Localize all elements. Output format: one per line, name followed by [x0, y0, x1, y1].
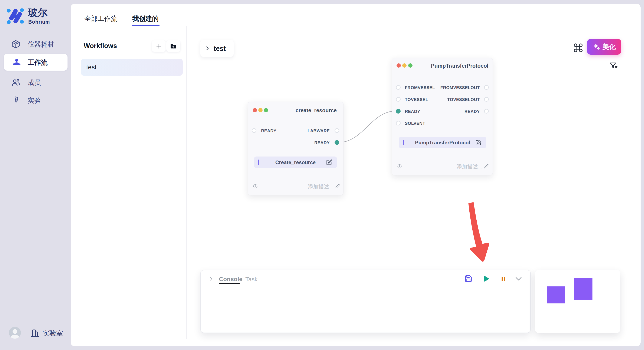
folder-download-icon: [170, 43, 177, 49]
add-workflow-button[interactable]: [152, 40, 166, 52]
logo-title: 玻尔: [28, 8, 48, 17]
node-action-box[interactable]: Create_resource: [254, 157, 337, 168]
input-port-solvent[interactable]: [396, 121, 400, 126]
input-port-tovessel[interactable]: [396, 97, 400, 102]
output-port-ready-connected[interactable]: [334, 140, 339, 145]
console-panel: Console Task: [200, 270, 531, 333]
tab-console[interactable]: Console: [219, 276, 242, 282]
traffic-light-yellow: [258, 108, 262, 112]
info-icon[interactable]: [397, 164, 402, 169]
input-port-ready[interactable]: [252, 128, 256, 133]
output-port-label: TOVESSELOUT: [447, 97, 480, 102]
edit-icon[interactable]: [326, 159, 332, 165]
bohrium-logo-icon: [6, 8, 24, 25]
input-port-label: SOLVENT: [405, 121, 425, 126]
output-port-label: READY: [314, 141, 330, 145]
beautify-button[interactable]: 美化: [587, 39, 621, 55]
output-port-labware[interactable]: [334, 128, 339, 133]
sidebar-item-label: 工作流: [28, 59, 48, 66]
minimap-node-block: [547, 286, 565, 303]
info-icon[interactable]: [253, 184, 258, 189]
chevron-down-icon[interactable]: [515, 276, 522, 281]
sidebar-item-members[interactable]: 成员: [0, 76, 71, 89]
plus-icon: [156, 43, 162, 49]
traffic-light-yellow: [402, 63, 406, 68]
beautify-label: 美化: [602, 44, 616, 50]
app-window: 玻尔 Bohrium 仪器耗材 工作流 成员: [0, 0, 644, 350]
output-port-label: FROMVESSELOUT: [440, 85, 480, 90]
console-expand-icon[interactable]: [208, 276, 214, 282]
node-action-label: Create_resource: [254, 160, 337, 165]
chevron-right-icon: [205, 45, 210, 51]
minimap[interactable]: [535, 270, 620, 333]
minimap-node-block: [574, 278, 592, 300]
input-port-label: READY: [405, 109, 420, 114]
lab-selector[interactable]: 实验室: [42, 330, 63, 337]
pencil-icon[interactable]: [335, 184, 340, 189]
avatar-shoulders: [10, 335, 20, 339]
description-placeholder[interactable]: 添加描述...: [308, 184, 334, 189]
node-header-divider: [392, 72, 492, 72]
pencil-icon[interactable]: [484, 164, 489, 169]
description-placeholder[interactable]: 添加描述...: [456, 164, 482, 169]
sidebar-item-experiments[interactable]: 实验: [0, 94, 71, 107]
run-button[interactable]: [482, 275, 490, 283]
traffic-light-red: [396, 63, 401, 68]
user-avatar[interactable]: [9, 327, 21, 339]
node-create-resource[interactable]: create_resource READY LABWARE READY Crea…: [248, 102, 344, 195]
node-pump-transfer-protocol[interactable]: PumpTransferProtocol FROMVESSEL FROMVESS…: [392, 58, 493, 175]
workflow-item-label: test: [86, 64, 96, 70]
node-title: PumpTransferProtocol: [431, 63, 488, 68]
workflow-list-item-test[interactable]: test: [81, 59, 183, 76]
output-port-label: READY: [464, 109, 480, 114]
command-icon[interactable]: [573, 42, 584, 53]
edit-icon[interactable]: [476, 140, 482, 146]
output-port-tovesselout[interactable]: [484, 97, 489, 102]
tab-task[interactable]: Task: [245, 276, 258, 282]
sidebar-item-label: 仪器耗材: [28, 41, 54, 48]
node-action-box[interactable]: PumpTransferProtocol: [399, 137, 486, 148]
output-port-label: LABWARE: [308, 129, 330, 133]
output-port-fromvesselout[interactable]: [484, 85, 489, 90]
logo-subtitle: Bohrium: [28, 19, 50, 24]
traffic-light-green: [408, 63, 412, 68]
workflow-person-icon: [12, 58, 21, 67]
input-port-label: READY: [261, 129, 276, 133]
console-tab-underline: [219, 283, 240, 284]
breadcrumb[interactable]: test: [200, 40, 234, 57]
sidebar-item-workflows[interactable]: 工作流: [4, 54, 68, 71]
input-port-label: FROMVESSEL: [405, 85, 435, 90]
tab-created-by-me[interactable]: 我创建的: [132, 15, 159, 22]
input-port-label: TOVESSEL: [405, 97, 428, 102]
node-title: create_resource: [296, 108, 337, 113]
building-icon: [31, 328, 40, 338]
node-header-divider: [248, 119, 343, 119]
traffic-light-red: [253, 108, 257, 112]
node-action-label: PumpTransferProtocol: [399, 140, 486, 145]
input-port-ready-connected[interactable]: [396, 109, 400, 114]
tab-all-workflows[interactable]: 全部工作流: [84, 15, 117, 22]
members-icon: [11, 78, 20, 87]
experiment-tube-icon: [10, 95, 21, 106]
output-port-ready[interactable]: [484, 109, 489, 114]
traffic-light-green: [264, 108, 268, 112]
sidebar-item-label: 成员: [28, 79, 41, 86]
filter-icon[interactable]: [609, 61, 618, 71]
list-canvas-divider: [186, 26, 186, 339]
import-workflow-button[interactable]: [166, 40, 180, 52]
input-port-fromvessel[interactable]: [396, 85, 400, 90]
sidebar-item-instruments[interactable]: 仪器耗材: [0, 38, 71, 51]
sparkles-icon: [593, 43, 600, 51]
active-tab-underline: [132, 25, 160, 26]
save-icon[interactable]: [464, 275, 472, 283]
workflows-title: Workflows: [84, 42, 117, 49]
avatar-head: [12, 329, 17, 334]
pause-button[interactable]: [500, 275, 507, 282]
box-icon: [11, 39, 20, 49]
breadcrumb-label: test: [214, 45, 226, 52]
sidebar-item-label: 实验: [28, 97, 41, 104]
